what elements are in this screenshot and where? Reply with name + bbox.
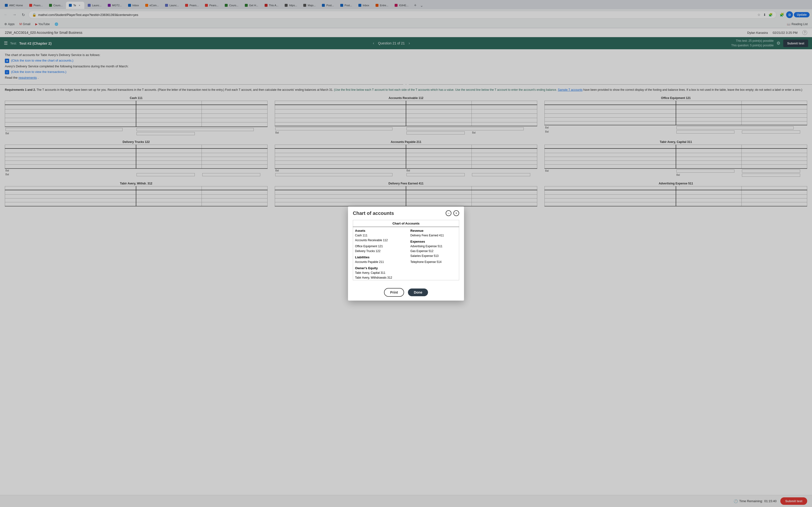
modal-overlay[interactable]: Chart of accounts − × Chart of Accounts … bbox=[0, 0, 812, 227]
modal-close-button[interactable]: × bbox=[453, 210, 459, 216]
chart-of-accounts-modal: Chart of accounts − × Chart of Accounts … bbox=[348, 207, 464, 227]
coa-table-header: Chart of Accounts bbox=[353, 220, 459, 227]
modal-body: Chart of Accounts Assets Revenue Cash 11… bbox=[348, 218, 464, 227]
modal-header: Chart of accounts − × bbox=[348, 207, 464, 218]
modal-title: Chart of accounts bbox=[353, 211, 394, 216]
modal-minimize-button[interactable]: − bbox=[446, 210, 451, 216]
modal-close-buttons: − × bbox=[446, 210, 459, 216]
